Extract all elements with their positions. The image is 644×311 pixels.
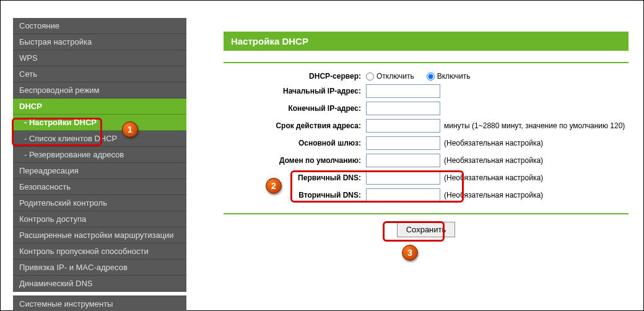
sidebar-item-dhcp-clients[interactable]: - Список клиентов DHCP (13, 131, 186, 147)
hint-gateway: (Необязательная настройка) (444, 139, 543, 147)
sidebar-item-network[interactable]: Сеть (13, 66, 186, 82)
row-start-ip: Начальный IP-адрес: (224, 84, 629, 98)
hint-domain: (Необязательная настройка) (444, 156, 543, 165)
row-gateway: Основной шлюз: (Необязательная настройка… (224, 136, 629, 150)
input-dns2[interactable] (366, 188, 440, 202)
button-row: Сохранить (224, 222, 629, 237)
radio-enable-option[interactable]: Включить (427, 72, 471, 81)
sidebar-item-wireless[interactable]: Беспроводной режим (13, 82, 186, 99)
layout: Состояние Быстрая настройка WPS Сеть Бес… (13, 18, 636, 303)
sidebar-item-bandwidth[interactable]: Контроль пропускной способности (13, 243, 186, 260)
label-dns1: Первичный DNS: (224, 173, 366, 182)
sidebar-item-ddns[interactable]: Динамический DNS (13, 276, 186, 292)
sidebar-item-parental[interactable]: Родительский контроль (13, 195, 186, 211)
input-lease[interactable] (366, 119, 440, 133)
input-start-ip[interactable] (366, 84, 440, 98)
divider-top (224, 62, 629, 63)
app-frame: Состояние Быстрая настройка WPS Сеть Бес… (0, 0, 644, 311)
input-dns1[interactable] (366, 171, 440, 185)
label-domain: Домен по умолчанию: (224, 156, 366, 165)
radio-enable[interactable] (427, 72, 435, 81)
sidebar-item-security[interactable]: Безопасность (13, 179, 186, 195)
sidebar: Состояние Быстрая настройка WPS Сеть Бес… (13, 18, 186, 303)
radio-enable-label: Включить (437, 72, 471, 81)
sidebar-item-address-reservation[interactable]: - Резервирование адресов (13, 147, 186, 163)
radio-disable[interactable] (366, 72, 374, 81)
sidebar-item-system-tools[interactable]: Системные инструменты (13, 296, 186, 311)
label-lease: Срок действия адреса: (224, 121, 366, 130)
page-title: Настройка DHCP (224, 32, 629, 51)
hint-lease: минуты (1~2880 минут, значение по умолча… (444, 121, 625, 130)
radio-disable-option[interactable]: Отключить (366, 72, 414, 81)
row-lease: Срок действия адреса: минуты (1~2880 мин… (224, 119, 629, 133)
label-dns2: Вторичный DNS: (224, 191, 366, 199)
sidebar-item-forwarding[interactable]: Переадресация (13, 163, 186, 179)
sidebar-item-dhcp[interactable]: DHCP (13, 99, 186, 115)
label-start-ip: Начальный IP-адрес: (224, 87, 366, 95)
label-end-ip: Конечный IP-адрес: (224, 104, 366, 113)
input-gateway[interactable] (366, 136, 440, 150)
row-domain: Домен по умолчанию: (Необязательная наст… (224, 154, 629, 167)
content-pane: Настройка DHCP DHCP-сервер: Отключить Вк… (186, 18, 636, 303)
input-end-ip[interactable] (366, 102, 440, 115)
input-domain[interactable] (366, 154, 440, 167)
label-dhcp-server: DHCP-сервер: (224, 72, 366, 81)
row-dns2: Вторичный DNS: (Необязательная настройка… (224, 188, 629, 202)
hint-dns1: (Необязательная настройка) (444, 173, 543, 182)
sidebar-item-wps[interactable]: WPS (13, 50, 186, 66)
row-dns1: Первичный DNS: (Необязательная настройка… (224, 171, 629, 185)
radio-disable-label: Отключить (376, 72, 414, 81)
sidebar-item-routing[interactable]: Расширенные настройки маршрутизации (13, 227, 186, 243)
sidebar-item-status[interactable]: Состояние (13, 18, 186, 34)
row-end-ip: Конечный IP-адрес: (224, 102, 629, 115)
row-dhcp-server: DHCP-сервер: Отключить Включить (224, 72, 629, 81)
hint-dns2: (Необязательная настройка) (444, 191, 543, 199)
sidebar-item-ip-mac-binding[interactable]: Привязка IP- и MAC-адресов (13, 260, 186, 276)
label-gateway: Основной шлюз: (224, 139, 366, 147)
sidebar-item-access-control[interactable]: Контроль доступа (13, 211, 186, 227)
divider-bottom (224, 213, 629, 214)
sidebar-item-quick-setup[interactable]: Быстрая настройка (13, 34, 186, 50)
save-button[interactable]: Сохранить (397, 222, 456, 237)
sidebar-item-dhcp-settings[interactable]: - Настройки DHCP (13, 115, 186, 131)
